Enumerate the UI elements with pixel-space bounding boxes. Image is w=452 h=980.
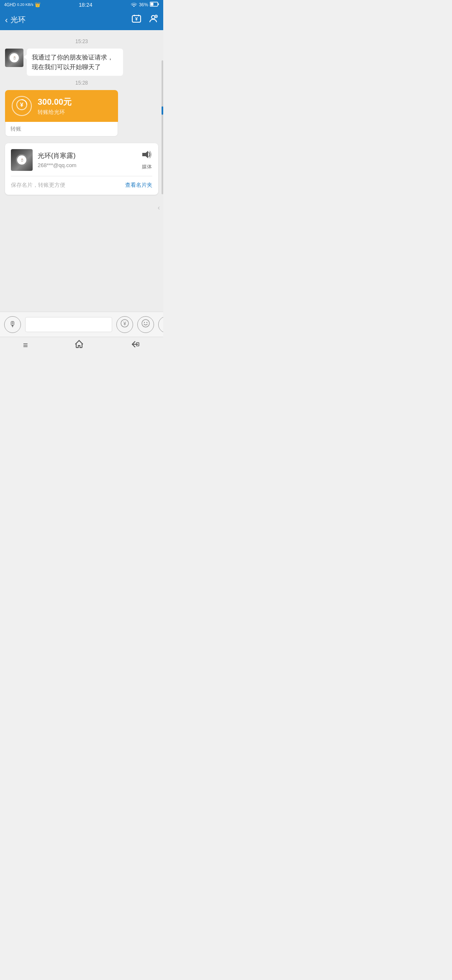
emoji-button[interactable]	[137, 316, 154, 333]
transfer-message: ¥ 300.00元 转账给光环 转账	[5, 90, 158, 137]
timestamp-2: 15:28	[0, 80, 163, 86]
save-hint: 保存名片，转账更方便	[11, 181, 65, 189]
message-input[interactable]	[25, 317, 112, 332]
scroll-thumb	[162, 106, 163, 115]
watch-face-icon: ⌚	[8, 52, 20, 64]
svg-point-16	[142, 320, 149, 327]
battery-icon	[150, 2, 159, 8]
scroll-track	[162, 60, 163, 194]
speed-label: 0.20 KB/s	[17, 3, 33, 7]
transfer-desc: 转账给光环	[38, 108, 72, 116]
contact-watch-icon: ⌚	[16, 154, 28, 166]
back-button[interactable]: ‹	[5, 15, 8, 25]
battery-label: 36%	[139, 2, 148, 7]
sender-avatar[interactable]: ⌚	[5, 49, 23, 67]
contact-card: ⌚ 光环(肖寒露) 268***@qq.com 媒体	[5, 143, 158, 195]
bottom-nav: ≡	[0, 337, 163, 353]
contact-name: 光环(肖寒露)	[38, 152, 141, 160]
contact-media[interactable]: 媒体	[141, 150, 152, 170]
chat-title: 光环	[10, 15, 26, 25]
timestamp-1: 15:23	[0, 39, 163, 44]
status-left: 4GHD 0.20 KB/s 👑	[4, 2, 41, 8]
menu-nav-button[interactable]: ≡	[23, 340, 28, 350]
transfer-amount: 300.00元	[38, 96, 72, 108]
money-button[interactable]: ¥	[116, 316, 133, 333]
transfer-card[interactable]: ¥ 300.00元 转账给光环	[5, 90, 118, 122]
svg-text:¥: ¥	[135, 16, 138, 21]
network-label: 4GHD	[4, 3, 16, 7]
svg-point-7	[152, 15, 155, 19]
wifi-icon	[131, 2, 137, 8]
home-nav-button[interactable]	[74, 339, 84, 351]
header-left: ‹ 光环	[5, 15, 26, 25]
message-row-1: ⌚ 我通过了你的朋友验证请求，现在我们可以开始聊天了	[5, 49, 158, 76]
svg-marker-13	[142, 151, 148, 158]
contact-card-top: ⌚ 光环(肖寒露) 268***@qq.com 媒体	[11, 149, 152, 171]
svg-rect-6	[138, 15, 139, 16]
media-label: 媒体	[142, 163, 152, 170]
header-right: ¥	[131, 14, 158, 26]
transfer-icon-button[interactable]: ¥	[131, 14, 141, 26]
transfer-footer: 转账	[5, 122, 118, 137]
contact-email: 268***@qq.com	[38, 162, 141, 168]
svg-rect-5	[134, 15, 135, 16]
received-bubble-1: 我通过了你的朋友验证请求，现在我们可以开始聊天了	[27, 49, 123, 76]
contact-avatar[interactable]: ⌚	[11, 149, 33, 171]
add-button[interactable]: +	[158, 316, 163, 333]
contact-info-row: ⌚ 光环(肖寒露) 268***@qq.com	[11, 149, 141, 171]
mic-button[interactable]: 🎙	[4, 316, 21, 333]
svg-text:¥: ¥	[20, 101, 23, 108]
mic-icon: 🎙	[9, 320, 16, 329]
time-label: 18:24	[79, 2, 92, 8]
money-icon: ¥	[121, 319, 129, 330]
status-bar: 4GHD 0.20 KB/s 👑 18:24 36%	[0, 0, 163, 9]
profile-settings-button[interactable]	[148, 14, 158, 26]
svg-point-18	[146, 322, 147, 323]
contact-details: 光环(肖寒露) 268***@qq.com	[38, 152, 141, 168]
card-divider	[11, 176, 152, 176]
svg-text:¥: ¥	[123, 321, 126, 327]
contact-card-bottom: 保存名片，转账更方便 查看名片夹	[11, 181, 152, 189]
input-bar: 🎙 ¥ +	[0, 312, 163, 337]
crown-icon: 👑	[35, 2, 41, 8]
speaker-icon	[141, 150, 152, 162]
yuan-spin-icon: ¥	[15, 98, 28, 113]
view-card-link[interactable]: 查看名片夹	[125, 181, 152, 189]
side-panel-arrow[interactable]: ‹	[158, 204, 160, 211]
transfer-info: 300.00元 转账给光环	[38, 96, 72, 116]
svg-rect-2	[158, 3, 159, 5]
back-nav-button[interactable]	[130, 339, 140, 351]
svg-point-17	[144, 322, 145, 323]
emoji-icon	[141, 319, 150, 330]
chat-area: 15:23 ⌚ 我通过了你的朋友验证请求，现在我们可以开始聊天了 15:28 ¥	[0, 30, 163, 312]
status-right: 36%	[131, 2, 159, 8]
transfer-icon-circle: ¥	[12, 96, 32, 116]
svg-rect-1	[151, 3, 154, 6]
chat-header: ‹ 光环 ¥	[0, 9, 163, 30]
